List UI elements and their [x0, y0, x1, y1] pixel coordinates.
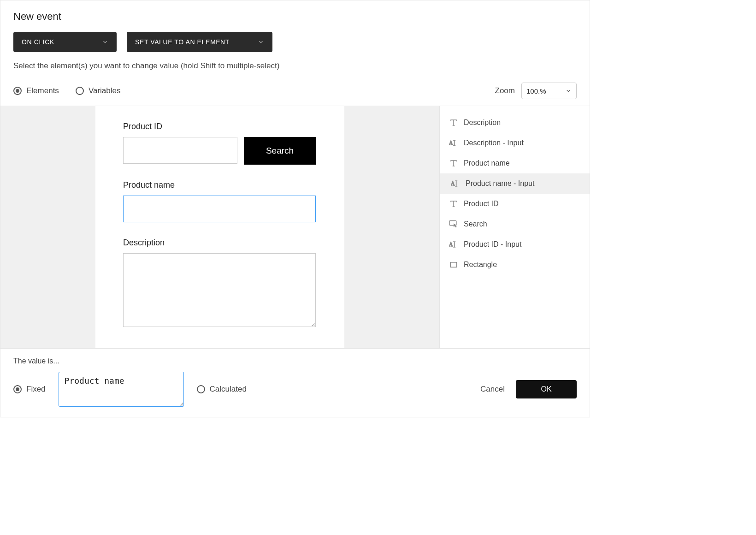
- search-button[interactable]: Search: [244, 137, 316, 165]
- description-input[interactable]: [123, 253, 316, 327]
- value-is-label: The value is...: [13, 357, 577, 365]
- element-item[interactable]: Product name: [440, 153, 590, 173]
- radio-variables[interactable]: Variables: [76, 86, 121, 95]
- action-select-label: SET VALUE TO AN ELEMENT: [135, 38, 230, 46]
- radio-dot-icon: [76, 87, 84, 95]
- element-item-label: Product ID - Input: [464, 240, 521, 249]
- element-item[interactable]: AProduct name - Input: [440, 173, 590, 194]
- element-item-label: Description: [464, 119, 501, 127]
- text-icon: [449, 199, 458, 208]
- chevron-down-icon: [258, 39, 264, 45]
- fixed-value-input[interactable]: [59, 372, 184, 407]
- element-item-label: Product name - Input: [466, 179, 534, 188]
- radio-dot-icon: [197, 385, 205, 393]
- product-name-input[interactable]: [123, 196, 316, 222]
- input-icon: A: [449, 138, 458, 148]
- footer: The value is... Fixed Calculated Cancel …: [0, 349, 590, 417]
- dialog-title: New event: [13, 11, 577, 23]
- text-icon: [449, 159, 458, 168]
- cancel-button[interactable]: Cancel: [480, 385, 505, 394]
- element-item-label: Description - Input: [464, 139, 524, 147]
- dialog-header: New event ON CLICK SET VALUE TO AN ELEME…: [0, 0, 590, 106]
- product-id-input[interactable]: [123, 137, 237, 164]
- radio-dot-icon: [13, 385, 22, 393]
- chevron-down-icon: [565, 88, 572, 94]
- options-row: Elements Variables Zoom 100.%: [13, 83, 577, 99]
- chevron-down-icon: [102, 39, 108, 45]
- action-buttons: Cancel OK: [480, 380, 577, 398]
- radio-variables-label: Variables: [89, 86, 121, 95]
- element-item-label: Rectangle: [464, 261, 497, 269]
- event-dialog: New event ON CLICK SET VALUE TO AN ELEME…: [0, 0, 590, 417]
- trigger-action-row: ON CLICK SET VALUE TO AN ELEMENT: [13, 32, 577, 52]
- trigger-select-label: ON CLICK: [22, 38, 54, 46]
- element-item[interactable]: Description: [440, 113, 590, 133]
- middle-section: Product ID Search Product name Descripti…: [0, 106, 590, 349]
- element-item[interactable]: Product ID: [440, 194, 590, 214]
- elements-panel: DescriptionADescription - InputProduct n…: [439, 106, 590, 348]
- description-label: Description: [123, 238, 317, 248]
- radio-fixed-label: Fixed: [26, 385, 46, 394]
- text-icon: [449, 118, 458, 127]
- product-name-field: Product name: [123, 180, 317, 222]
- element-item[interactable]: ADescription - Input: [440, 133, 590, 153]
- radio-fixed[interactable]: Fixed: [13, 385, 46, 394]
- element-item-label: Product name: [464, 159, 510, 167]
- input-icon: A: [449, 240, 458, 249]
- canvas: Product ID Search Product name Descripti…: [95, 106, 344, 348]
- svg-rect-19: [450, 262, 457, 268]
- element-item[interactable]: Rectangle: [440, 255, 590, 275]
- canvas-area[interactable]: Product ID Search Product name Descripti…: [0, 106, 439, 348]
- ok-button[interactable]: OK: [516, 380, 577, 398]
- action-select[interactable]: SET VALUE TO AN ELEMENT: [127, 32, 272, 52]
- product-id-field: Product ID Search: [123, 122, 317, 165]
- input-icon: A: [451, 179, 460, 188]
- element-item-label: Product ID: [464, 200, 499, 208]
- radio-calculated[interactable]: Calculated: [197, 385, 247, 394]
- element-item[interactable]: AProduct ID - Input: [440, 234, 590, 255]
- description-field: Description: [123, 238, 317, 329]
- rect-icon: [449, 260, 458, 269]
- zoom-group: Zoom 100.%: [495, 83, 577, 99]
- radio-elements[interactable]: Elements: [13, 86, 59, 95]
- product-id-label: Product ID: [123, 122, 317, 131]
- radio-elements-label: Elements: [26, 86, 59, 95]
- svg-text:A: A: [449, 140, 453, 146]
- element-item-label: Search: [464, 220, 487, 228]
- radio-dot-icon: [13, 87, 22, 95]
- trigger-select[interactable]: ON CLICK: [13, 32, 117, 52]
- svg-text:A: A: [451, 181, 455, 187]
- svg-text:A: A: [449, 242, 453, 248]
- product-name-label: Product name: [123, 180, 317, 190]
- zoom-label: Zoom: [495, 86, 515, 95]
- element-item[interactable]: Search: [440, 214, 590, 234]
- source-radio-group: Elements Variables: [13, 86, 121, 95]
- zoom-select[interactable]: 100.%: [521, 83, 577, 99]
- value-type-group: Fixed Calculated: [13, 372, 247, 407]
- button-icon: [449, 220, 458, 229]
- zoom-value: 100.%: [526, 87, 546, 95]
- radio-calculated-label: Calculated: [210, 385, 247, 394]
- instruction-text: Select the element(s) you want to change…: [13, 61, 577, 71]
